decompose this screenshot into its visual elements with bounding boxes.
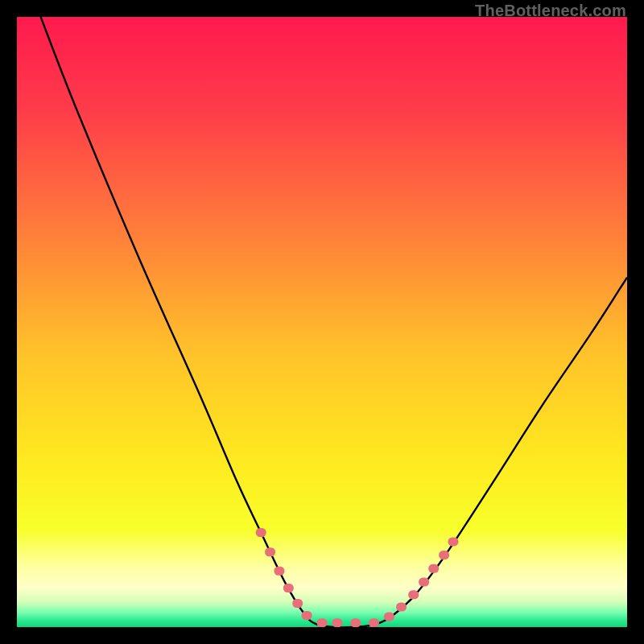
gradient-background xyxy=(17,17,627,627)
chart-area xyxy=(17,17,627,627)
svg-rect-0 xyxy=(17,17,627,627)
watermark-text: TheBottleneck.com xyxy=(475,2,626,20)
